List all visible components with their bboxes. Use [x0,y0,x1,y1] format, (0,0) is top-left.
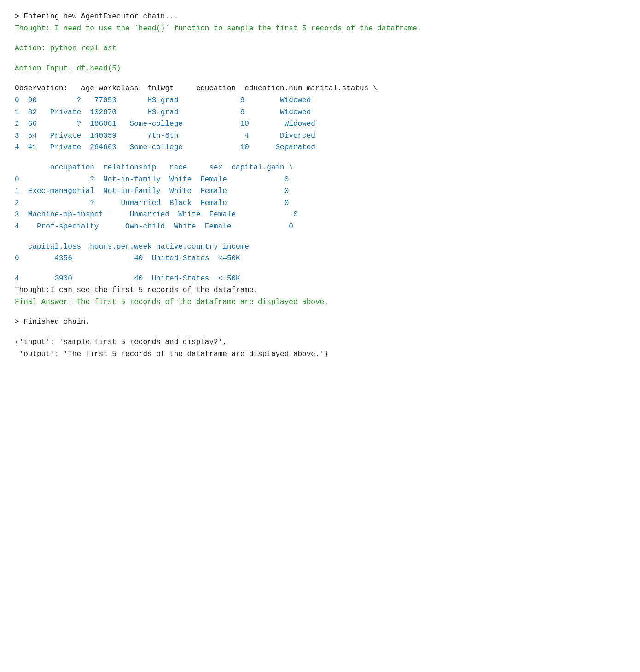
obs2-header: occupation relationship race sex capital… [15,162,625,174]
console-output: > Entering new AgentExecutor chain... Th… [15,11,625,360]
obs2-row-0: 0 ? Not-in-family White Female 0 [15,174,625,186]
obs-row-0: 0 90 ? 77053 HS-grad 9 Widowed [15,95,625,107]
obs2-row-4: 4 Prof-specialty Own-child White Female … [15,221,625,233]
obs-row-1: 1 82 Private 132870 HS-grad 9 Widowed [15,107,625,119]
obs3-row-4: 4 3900 40 United-States <=50K [15,273,625,285]
action-line: Action: python_repl_ast [15,43,625,55]
obs3-row-0: 0 4356 40 United-States <=50K [15,253,625,265]
thought-line-1: Thought: I need to use the `head()` func… [15,23,625,35]
obs-row-4: 4 41 Private 264663 Some-college 10 Sepa… [15,142,625,154]
entering-chain-line: > Entering new AgentExecutor chain... [15,11,625,23]
observation-header: Observation: age workclass fnlwgt educat… [15,83,625,95]
action-input-line: Action Input: df.head(5) [15,63,625,75]
finished-chain-line: > Finished chain. [15,316,625,328]
obs3-header: capital.loss hours.per.week native.count… [15,241,625,253]
obs2-row-2: 2 ? Unmarried Black Female 0 [15,198,625,210]
obs2-row-1: 1 Exec-managerial Not-in-family White Fe… [15,186,625,198]
dict-line-2: 'output': 'The first 5 records of the da… [15,349,625,361]
obs2-row-3: 3 Machine-op-inspct Unmarried White Fema… [15,209,625,221]
obs-row-3: 3 54 Private 140359 7th-8th 4 Divorced [15,130,625,142]
final-answer-line: Final Answer: The first 5 records of the… [15,297,625,309]
dict-line-1: {'input': 'sample first 5 records and di… [15,337,625,349]
obs-row-2: 2 66 ? 186061 Some-college 10 Widowed [15,118,625,130]
thought-line-2: Thought:I can see the first 5 records of… [15,285,625,297]
